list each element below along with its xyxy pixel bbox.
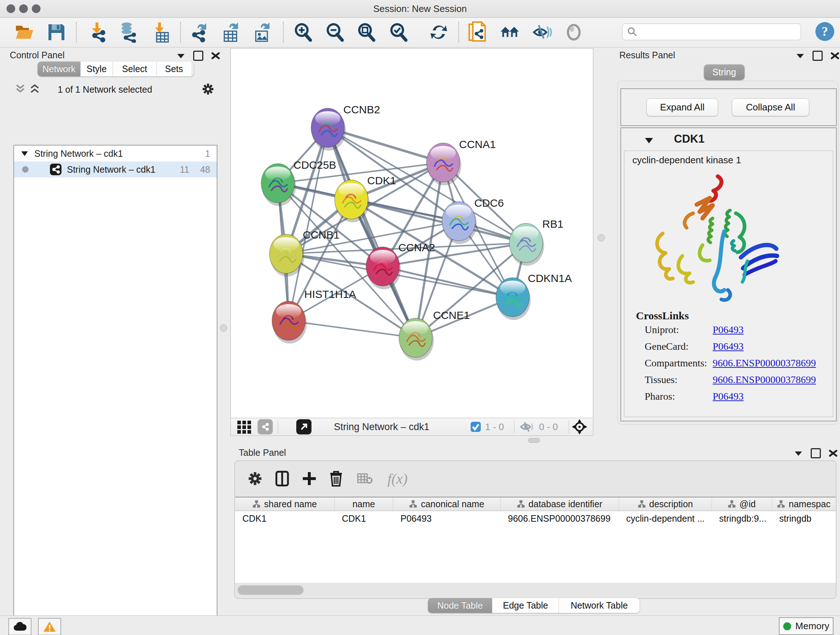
svg-text:CDC25B: CDC25B: [294, 159, 336, 171]
collapse-all-button[interactable]: Collapse All: [732, 98, 809, 116]
warning-status-button[interactable]: [38, 618, 61, 635]
float-panel-icon[interactable]: [796, 52, 805, 59]
crosslink-pharos-link[interactable]: P06493: [713, 391, 744, 402]
crosslink-genecard-link[interactable]: P06493: [713, 340, 744, 352]
create-column-plus-icon[interactable]: [302, 471, 317, 486]
hide-selected-icon[interactable]: [532, 22, 552, 42]
show-columns-icon[interactable]: [275, 470, 289, 486]
gear-icon[interactable]: [202, 83, 214, 95]
search-input[interactable]: [622, 24, 801, 40]
zoom-out-icon[interactable]: [325, 22, 345, 42]
close-panel-icon[interactable]: [831, 51, 839, 60]
memory-button[interactable]: Memory: [779, 617, 834, 635]
left-splitter-handle[interactable]: [220, 325, 227, 332]
network-row[interactable]: String Network – cdk1 11 48: [14, 162, 217, 177]
zoom-in-icon[interactable]: [293, 22, 313, 42]
network-canvas[interactable]: CCNB2CCNA1CDC25BCDK1CDC6RB1CCNB1CCNA2CDK…: [231, 48, 593, 418]
maximize-panel-icon[interactable]: [193, 51, 203, 61]
column-type-icon: [409, 500, 417, 508]
right-splitter-handle[interactable]: [598, 234, 605, 241]
cell-database-identifier[interactable]: 9606.ENSP00000378699: [501, 511, 619, 526]
column-header-canonical-name[interactable]: canonical name: [393, 497, 501, 510]
collection-count: 1: [205, 149, 210, 159]
string-view-icon[interactable]: [257, 419, 273, 434]
app-status-bar: Memory: [0, 616, 840, 635]
table-row[interactable]: CDK1 CDK1 P06493 9606.ENSP00000378699 cy…: [235, 511, 836, 526]
tab-style[interactable]: Style: [81, 62, 113, 76]
tab-sets[interactable]: Sets: [156, 62, 191, 76]
collapse-gene-icon[interactable]: [644, 137, 654, 144]
tab-network[interactable]: Network: [38, 62, 81, 76]
float-panel-icon[interactable]: [794, 450, 803, 456]
delete-column-trash-icon[interactable]: [330, 470, 343, 486]
cell-canonical-name[interactable]: P06493: [393, 511, 501, 526]
expand-all-button[interactable]: Expand All: [646, 98, 718, 116]
column-header-database-identifier[interactable]: database identifier: [501, 497, 619, 510]
horizontal-splitter-handle[interactable]: [528, 438, 540, 443]
import-database-icon[interactable]: [118, 22, 138, 42]
cell-name[interactable]: CDK1: [335, 511, 393, 526]
close-panel-icon[interactable]: [829, 449, 837, 458]
help-icon[interactable]: ?: [815, 21, 835, 42]
cell-namespace[interactable]: stringdb: [772, 511, 836, 526]
tab-edge-table[interactable]: Edge Table: [493, 598, 559, 613]
network-graph[interactable]: CCNB2CCNA1CDC25BCDK1CDC6RB1CCNB1CCNA2CDK…: [231, 49, 593, 418]
delete-table-icon[interactable]: [357, 472, 373, 485]
cell-description[interactable]: cyclin-dependent ...: [619, 511, 712, 526]
import-network-icon[interactable]: [88, 22, 108, 42]
column-header-description[interactable]: description: [619, 497, 712, 510]
column-header-namespace[interactable]: namespac: [772, 497, 836, 510]
table-horizontal-scrollbar[interactable]: [238, 585, 303, 595]
maximize-panel-icon[interactable]: [813, 51, 823, 61]
zoom-fit-icon[interactable]: [356, 22, 377, 42]
tab-network-table[interactable]: Network Table: [559, 598, 639, 613]
crosslink-label: GeneCard:: [645, 340, 688, 352]
save-icon[interactable]: [46, 22, 66, 42]
column-header-id[interactable]: @id: [712, 497, 772, 510]
svg-text:RB1: RB1: [542, 218, 563, 230]
open-in-new-window-icon[interactable]: [296, 419, 311, 434]
export-image-icon[interactable]: [251, 22, 272, 42]
svg-text:CCNE1: CCNE1: [433, 309, 470, 321]
network-selection-status: 1 of 1 Network selected: [4, 84, 206, 95]
float-panel-icon[interactable]: [177, 52, 185, 59]
cloud-status-button[interactable]: [8, 618, 32, 635]
table-header-row: shared name name canonical name database…: [235, 497, 836, 511]
hidden-eye-icon[interactable]: [519, 421, 535, 433]
share-document-icon[interactable]: [467, 22, 488, 42]
crosslink-uniprot-link[interactable]: P06493: [713, 324, 744, 336]
fit-content-crosshair-icon[interactable]: [571, 418, 588, 435]
table-settings-gear-icon[interactable]: [248, 471, 262, 486]
maximize-panel-icon[interactable]: [811, 448, 821, 458]
function-builder-icon[interactable]: f(x): [387, 470, 408, 487]
export-network-icon[interactable]: [188, 22, 208, 42]
column-type-icon: [517, 500, 525, 508]
column-header-shared-name[interactable]: shared name: [235, 497, 335, 510]
string-results-pane: Expand All Collapse All CDK1 cyclin-depe…: [617, 81, 838, 424]
open-folder-icon[interactable]: [14, 22, 35, 42]
collapse-collection-icon[interactable]: [21, 150, 28, 157]
tab-select[interactable]: Select: [113, 62, 156, 76]
crosslink-compartments-link[interactable]: 9606.ENSP00000378699: [713, 357, 816, 369]
cell-id[interactable]: stringdb:9...: [712, 511, 772, 526]
eye-icon[interactable]: [564, 22, 584, 42]
grid-mode-icon[interactable]: [237, 419, 252, 434]
table-panel-window-buttons: [794, 448, 837, 458]
close-panel-icon[interactable]: [211, 51, 220, 60]
refresh-icon[interactable]: [429, 22, 449, 42]
tab-node-table[interactable]: Node Table: [428, 598, 493, 613]
network-collection-row[interactable]: String Network – cdk1 1: [14, 147, 217, 160]
column-header-name[interactable]: name: [335, 497, 393, 510]
zoom-selected-icon[interactable]: [388, 22, 409, 42]
home-network-icon[interactable]: [500, 22, 520, 42]
crosslink-tissues-link[interactable]: 9606.ENSP00000378699: [713, 374, 816, 386]
import-table-icon[interactable]: [151, 22, 171, 42]
tab-string[interactable]: String: [704, 65, 745, 80]
warning-icon: [43, 621, 56, 632]
selected-checkbox-icon[interactable]: [470, 421, 482, 432]
cell-shared-name[interactable]: CDK1: [235, 511, 335, 526]
window-title: Session: New Session: [0, 3, 840, 14]
column-type-icon: [638, 500, 646, 508]
export-table-icon[interactable]: [220, 22, 240, 42]
results-actions-box: Expand All Collapse All: [621, 88, 837, 126]
